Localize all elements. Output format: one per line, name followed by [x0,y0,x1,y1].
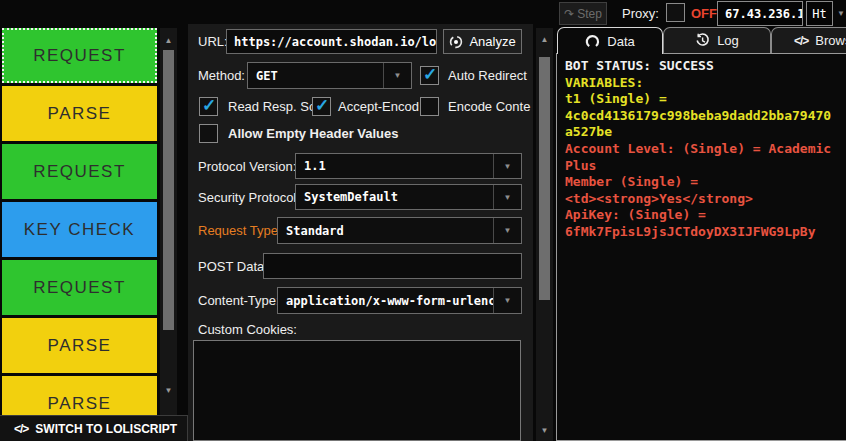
chevron-down-icon[interactable]: ▼ [493,185,521,209]
console-line: BOT STATUS: SUCCESS [565,58,846,75]
block-keycheck[interactable]: KEY CHECK [2,202,157,257]
code-icon: </> [794,34,808,48]
method-select[interactable]: GET ▼ [247,62,412,89]
block-request-2[interactable]: REQUEST [2,144,157,199]
block-stack: REQUEST PARSE REQUEST KEY CHECK REQUEST … [2,28,157,434]
console-line: t1 (Single) = [565,91,846,108]
proxy-label: Proxy: [622,6,659,21]
chevron-down-icon[interactable]: ▼ [493,218,521,243]
auto-redirect-label: Auto Redirect [448,68,527,83]
analyze-label: Analyze [469,34,515,49]
data-loop-icon [585,34,600,49]
chevron-down-icon[interactable]: ▼ [493,154,521,178]
tab-data[interactable]: Data [557,27,663,54]
chevron-down-icon[interactable]: ▼ [383,63,411,88]
block-parse-1[interactable]: PARSE [2,86,157,141]
block-request-1[interactable]: REQUEST [2,28,157,83]
panel-scrollbar-thumb[interactable] [539,57,550,300]
step-arrow-icon: ↷ [564,7,574,21]
chevron-down-icon[interactable]: ▼ [837,9,845,18]
tab-browser[interactable]: </> Browser [771,27,846,53]
method-label: Method: [198,68,245,83]
debug-toolbar: ↷ Step Proxy: OFF 67.43.236.18 Ht ▼ [556,0,846,27]
console-line: Account Level: (Single) = Academic [565,141,846,158]
tab-data-label: Data [607,34,634,49]
sidebar-scrollbar[interactable]: ▲ ▼ [160,28,177,415]
proxy-ip-input[interactable]: 67.43.236.18 [717,1,803,26]
scroll-down-icon[interactable]: ▼ [160,386,177,395]
switch-to-loliscript-label: SWITCH TO LOLISCRIPT [35,422,177,436]
read-response-label: Read Resp. So [228,99,316,114]
bot-data-console: BOT STATUS: SUCCESS VARIABLES: t1 (Singl… [556,53,846,441]
console-line: Member (Single) = [565,174,846,191]
protocol-version-select[interactable]: 1.1 ▼ [295,153,522,179]
tab-log[interactable]: Log [663,27,771,53]
panel-scrollbar[interactable]: ▲ ▼ [536,28,553,441]
url-input[interactable]: https://account.shodan.io/login [226,29,437,54]
tab-browser-label: Browser [815,33,846,48]
analyze-scan-icon [449,35,463,49]
accept-encoding-checkbox[interactable] [312,97,331,116]
url-label: URL: [198,34,228,49]
console-line: Plus [565,158,846,175]
analyze-button[interactable]: Analyze [443,29,522,54]
history-clock-icon [695,33,710,48]
request-type-value: Standard [278,218,493,243]
console-line: a527be [565,124,846,141]
tab-log-label: Log [717,33,739,48]
method-value: GET [248,63,383,88]
encode-content-label: Encode Conte [448,99,530,114]
scroll-down-icon[interactable]: ▼ [536,426,553,435]
block-request-3[interactable]: REQUEST [2,260,157,315]
post-data-label: POST Data: [198,259,268,274]
protocol-version-label: Protocol Version: [198,159,296,174]
custom-cookies-label: Custom Cookies: [198,322,297,337]
debugger-panel: ↷ Step Proxy: OFF 67.43.236.18 Ht ▼ Data… [556,0,846,441]
console-line: <td><strong>Yes</strong> [565,191,846,208]
switch-to-loliscript-button[interactable]: </> SWITCH TO LOLISCRIPT [0,415,188,441]
auto-redirect-checkbox[interactable] [420,66,439,85]
code-icon: </> [14,422,28,436]
allow-empty-header-label: Allow Empty Header Values [228,126,399,141]
content-type-select[interactable]: application/x-www-form-urlencoded ▼ [277,287,522,314]
console-line: VARIABLES: [565,75,846,92]
read-response-checkbox[interactable] [199,97,218,116]
security-protocol-label: Security Protocol: [198,190,300,205]
custom-cookies-textarea[interactable] [193,340,521,441]
chevron-down-icon[interactable]: ▼ [493,288,521,313]
encode-content-checkbox[interactable] [420,97,439,116]
request-type-select[interactable]: Standard ▼ [277,217,522,244]
content-type-label: Content-Type: [198,293,280,308]
request-type-label: Request Type: [198,223,282,238]
security-protocol-select[interactable]: SystemDefault ▼ [295,184,522,210]
console-line: ApiKey: (Single) = [565,207,846,224]
step-button[interactable]: ↷ Step [559,2,607,25]
security-protocol-value: SystemDefault [296,185,493,209]
debug-tabs: Data Log </> Browser [556,27,846,54]
step-label: Step [577,7,602,21]
protocol-version-value: 1.1 [296,154,493,178]
console-line: 4c0cd4136179c998beba9dadd2bba79470 [565,108,846,125]
post-data-input[interactable] [263,253,522,279]
request-settings-panel: URL: https://account.shodan.io/login Ana… [188,24,533,441]
scroll-up-icon[interactable]: ▲ [160,36,177,45]
proxy-checkbox[interactable] [666,3,685,22]
scroll-up-icon[interactable]: ▲ [536,35,553,44]
allow-empty-header-checkbox[interactable] [199,124,218,143]
content-type-value: application/x-www-form-urlencoded [278,288,493,313]
block-parse-2[interactable]: PARSE [2,318,157,373]
proxy-status-badge: OFF [691,6,717,21]
console-line: 6fMk7FpisL9jsJCTdoyDX3IJFWG9LpBy [565,224,846,241]
sidebar-scrollbar-thumb[interactable] [163,50,174,330]
proxy-type-select[interactable]: Ht [806,1,833,26]
accept-encoding-label: Accept-Encod [338,99,419,114]
